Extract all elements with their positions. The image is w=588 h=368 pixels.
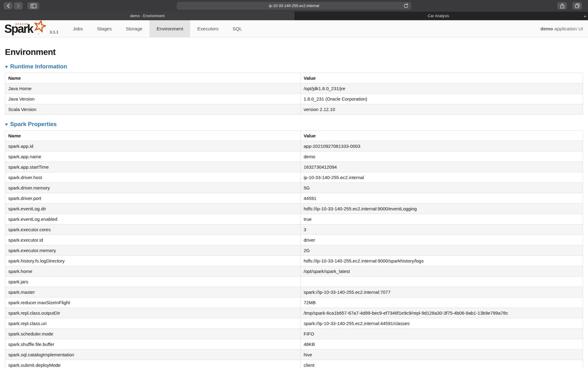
table-row: spark.shuffle.file.buffer48KB	[5, 339, 583, 350]
property-value-cell	[300, 277, 583, 287]
table-row: spark.repl.class.urispark://ip-10-33-140…	[5, 318, 583, 329]
spark-navbar: Spark APACHE ™ 3.1.1 JobsStagesStorageEn…	[0, 20, 588, 37]
property-name-cell: spark.repl.class.outputDir	[5, 308, 301, 318]
property-name-cell: spark.eventLog.enabled	[5, 214, 301, 224]
property-name-cell: spark.master	[5, 287, 301, 297]
property-name-cell: spark.executor.memory	[5, 245, 301, 256]
property-value-cell: driver	[300, 235, 583, 245]
nav-item-environment[interactable]: Environment	[149, 20, 190, 37]
property-name-cell: Java Home	[5, 83, 301, 94]
property-value-cell: 1632730412094	[300, 162, 583, 172]
table-row: spark.app.startTime1632730412094	[5, 162, 583, 172]
property-name-cell: spark.app.startTime	[5, 162, 301, 172]
property-value-cell: 48KB	[300, 339, 583, 350]
table-row: spark.driver.port44591	[5, 193, 583, 204]
tab-strip: demo - EnvironmentCar Analysis+	[0, 12, 588, 20]
property-name-cell: spark.executor.id	[5, 235, 301, 245]
property-value-cell: app-20210927081333-0003	[300, 141, 583, 151]
browser-toolbar: ip-10-33-140-255.ec2.internal	[0, 0, 588, 12]
browser-tab[interactable]: demo - Environment	[0, 12, 295, 20]
property-value-cell: true	[300, 214, 583, 224]
nav-items: JobsStagesStorageEnvironmentExecutorsSQL	[66, 20, 249, 37]
property-name-cell: spark.home	[5, 266, 301, 277]
share-button[interactable]	[557, 2, 567, 10]
property-value-cell: 44591	[300, 193, 583, 204]
table-row: spark.repl.class.outputDir/tmp/spark-6ca…	[5, 308, 583, 318]
property-value-cell: spark://ip-10-33-140-255.ec2.internal:70…	[300, 287, 583, 297]
property-value-cell: spark://ip-10-33-140-255.ec2.internal:44…	[300, 318, 583, 329]
table-row: spark.reducer.maxSizeInFlight72MB	[5, 297, 583, 308]
table-row: spark.eventLog.dirhdfs://ip-10-33-140-25…	[5, 204, 583, 214]
spark-logo[interactable]: Spark APACHE ™	[4, 20, 47, 37]
property-name-cell: spark.app.name	[5, 151, 301, 162]
property-name-cell: spark.sql.catalogImplementation	[5, 350, 301, 360]
property-name-cell: spark.driver.memory	[5, 183, 301, 193]
sidebar-icon	[31, 4, 36, 8]
table-row: Java Version1.8.0_231 (Oracle Corporatio…	[5, 94, 583, 104]
nav-item-jobs[interactable]: Jobs	[66, 20, 90, 37]
sidebar-toggle-button[interactable]	[28, 2, 39, 10]
table-row: spark.executor.cores3	[5, 224, 583, 235]
application-ui-suffix: application UI	[553, 26, 583, 31]
table-header-row: NameValue	[5, 131, 583, 141]
property-value-cell: FIFO	[300, 329, 583, 339]
section-heading-spark-properties[interactable]: Spark Properties	[5, 121, 57, 128]
back-button[interactable]	[4, 2, 13, 10]
property-name-cell: spark.shuffle.file.buffer	[5, 339, 301, 350]
reload-button[interactable]	[403, 3, 409, 9]
table-row: spark.home/opt/spark/spark_latest	[5, 266, 583, 277]
property-value-cell: 2G	[300, 245, 583, 256]
property-name-cell: spark.reducer.maxSizeInFlight	[5, 297, 301, 308]
property-name-cell: spark.jars	[5, 277, 301, 287]
column-header-value: Value	[300, 131, 583, 141]
collapse-caret-icon	[5, 66, 8, 68]
table-row: Java Home/opt/jdk1.8.0_231/jre	[5, 83, 583, 94]
nav-item-sql[interactable]: SQL	[225, 20, 249, 37]
column-header-name: Name	[5, 73, 301, 83]
column-header-value: Value	[300, 73, 583, 83]
nav-item-storage[interactable]: Storage	[119, 20, 149, 37]
section-heading-label: Runtime Information	[10, 63, 67, 70]
application-ui-label: demo application UI	[540, 26, 583, 32]
table-row: spark.scheduler.modeFIFO	[5, 329, 583, 339]
url-bar[interactable]: ip-10-33-140-255.ec2.internal	[177, 2, 411, 10]
table-row: spark.history.fs.logDirectoryhdfs://ip-1…	[5, 256, 583, 266]
property-value-cell: demo	[300, 151, 583, 162]
application-name: demo	[540, 26, 553, 31]
property-value-cell: hdfs://ip-10-33-140-255.ec2.internal:900…	[300, 256, 583, 266]
browser-tab[interactable]: Car Analysis	[295, 12, 582, 20]
table-row: spark.masterspark://ip-10-33-140-255.ec2…	[5, 287, 583, 297]
section-heading-label: Spark Properties	[10, 121, 57, 128]
property-name-cell: spark.driver.port	[5, 193, 301, 204]
property-value-cell: 5G	[300, 183, 583, 193]
table-row: spark.executor.iddriver	[5, 235, 583, 245]
tab-overview-button[interactable]	[572, 2, 582, 10]
tabs-overview-icon	[575, 3, 580, 8]
property-name-cell: Java Version	[5, 94, 301, 104]
table-row: Scala Versionversion 2.12.10	[5, 104, 583, 115]
nav-item-executors[interactable]: Executors	[190, 20, 225, 37]
chevron-left-icon	[7, 4, 10, 8]
property-value-cell: /tmp/spark-6ca1b657-67a7-4d89-bec9-ef734…	[300, 308, 583, 318]
page-title: Environment	[5, 47, 583, 57]
property-value-cell: 1.8.0_231 (Oracle Corporation)	[300, 94, 583, 104]
property-name-cell: spark.repl.class.uri	[5, 318, 301, 329]
sections-container: Runtime InformationNameValueJava Home/op…	[5, 63, 583, 368]
property-name-cell: spark.eventLog.dir	[5, 204, 301, 214]
table-row: spark.submit.deployModeclient	[5, 360, 583, 368]
collapse-caret-icon	[5, 124, 8, 126]
property-name-cell: spark.app.id	[5, 141, 301, 151]
table-row: spark.eventLog.enabledtrue	[5, 214, 583, 224]
forward-button[interactable]	[14, 2, 23, 10]
new-tab-button[interactable]: +	[582, 12, 588, 20]
property-name-cell: spark.history.fs.logDirectory	[5, 256, 301, 266]
property-value-cell: 3	[300, 224, 583, 235]
property-value-cell: /opt/spark/spark_latest	[300, 266, 583, 277]
table-spark-properties: NameValuespark.app.idapp-20210927081333-…	[5, 130, 583, 368]
spark-version: 3.1.1	[50, 30, 58, 34]
table-row: spark.jars	[5, 277, 583, 287]
nav-item-stages[interactable]: Stages	[90, 20, 119, 37]
section-heading-runtime-information[interactable]: Runtime Information	[5, 63, 67, 70]
table-header-row: NameValue	[5, 73, 583, 83]
column-header-name: Name	[5, 131, 301, 141]
